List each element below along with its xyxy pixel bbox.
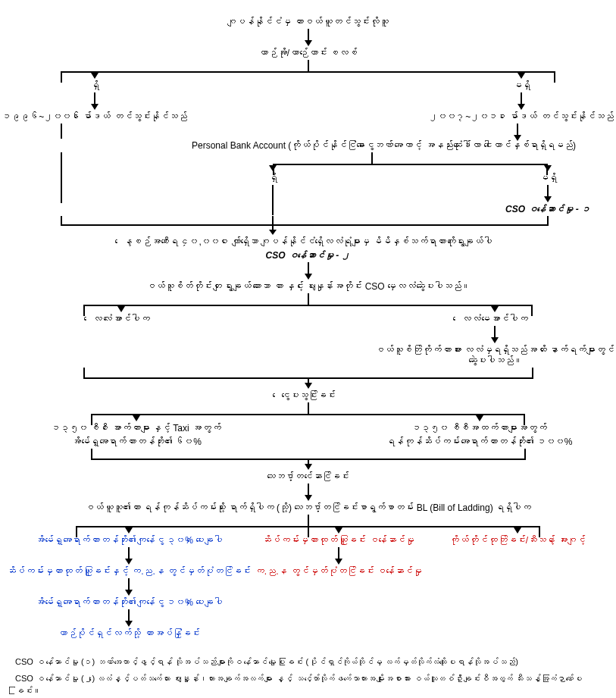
auction-text: နေ့စဉ်အစီးရေ ၄၀,၀၀၀ ကျော်ရှိသော ဂျပန်နို… — [15, 235, 601, 249]
arrow — [305, 495, 312, 501]
svg-marker-15 — [305, 464, 312, 470]
svg-marker-10 — [305, 383, 312, 389]
footnote-2: CSO ဝန်ဆောင်မှု (၂) လေလံနှင့်ပတ်သက်သော ဈ… — [15, 672, 601, 697]
cso-1: CSO ဝန်ဆောင်မှု - ၁ — [502, 202, 594, 216]
red-step-2: က.ည.န တွင်မှတ်ပုံတင်ခြင်း ဝန်ဆောင်မှု — [251, 565, 426, 578]
branch-yes: ရှိ — [87, 79, 103, 92]
connector — [308, 484, 309, 495]
arrow — [476, 415, 483, 421]
arrow — [518, 104, 525, 110]
connector — [128, 609, 130, 621]
arrow — [125, 559, 133, 565]
arrow — [91, 104, 98, 110]
connector — [61, 152, 62, 203]
branch-no: မရှိ — [509, 79, 534, 92]
connector — [494, 326, 496, 337]
arrival: ဝယ်ယူသူ၏ကား ရန်ကုန်ဆိပ်ကမ်းသို့ ရောက်ရှိ… — [15, 501, 601, 515]
arrow — [544, 196, 552, 202]
bank-account: Personal Bank Account (ကိုယ်ပိုင်နိုင်ငံ… — [167, 139, 601, 152]
payment: ငွေပေးသွင်းခြင်း — [15, 389, 601, 402]
connector — [521, 92, 522, 104]
retry: ဝယ်သူစိတ်ကြိုက်ကားအား လေလံမှရရှိသည်အထိ န… — [370, 343, 616, 368]
cso-2: CSO ဝန်ဆောင်မှု - ၂ — [15, 249, 601, 262]
arrow — [305, 40, 312, 46]
buyer-choice: ဝယ်သူစိတ်တိုင်းကျ ရွေးချယ်ထားသော ကား နှင… — [15, 280, 601, 293]
footnote-1: CSO ဝန်ဆောင်မှု (၁) ဘဏ်အကောင့်ဖွင့်ရန် လ… — [15, 656, 601, 668]
blue-step-2: ဆိပ်ကမ်းမှကားထုတ်ယူခြင်းနှင့် က.ည.န တွင်… — [3, 565, 255, 578]
connector — [308, 29, 309, 40]
arrow — [305, 274, 312, 280]
arrow — [491, 337, 499, 343]
blue-step-1: အိမ်ရှေ့အရောက်ကားတန်ဘိုး၏ကျန်ငွေ ၃၀% ပေး… — [31, 534, 227, 547]
red-step-1: ဆိပ်ကမ်းမှကားထုတ်ယူခြင်း ဝန်ဆောင်မှု — [258, 534, 417, 547]
svg-marker-5 — [269, 230, 277, 235]
merge-connector — [15, 368, 601, 389]
auction-fail: လေလံမအောင်ပါက — [458, 312, 532, 326]
merge-connector — [15, 216, 601, 235]
shipping: သင်္ဘောတင်ဆောင်ခြင်း — [15, 470, 601, 484]
bank-no: မရှိ — [536, 171, 561, 185]
left-model: ၁၉၉၆~၂၀၀၆ မော်ဒယ် တင်သွင်းနိုင်သည် — [0, 110, 191, 124]
step-owner: ယာဉ်အို/ယာဉ်ဟောင်း စလစ် — [15, 46, 601, 60]
connector — [272, 185, 274, 215]
right-model: ၂၀၀၇~၂၀၁၁ မော်ဒယ် တင်သွင်းနိုင်သည် — [425, 110, 616, 124]
connector — [517, 124, 518, 135]
arrow — [518, 73, 525, 79]
connector — [338, 547, 339, 559]
bank-yes: ရှိ — [265, 171, 281, 185]
arrow — [544, 165, 552, 171]
blue-step-4: ယာဉ်ပိုင်ရှင်လက်သို့ ကားအပ်နှံခြင်း — [54, 627, 203, 640]
arrow — [491, 306, 499, 312]
connector — [128, 578, 130, 590]
arrow — [269, 165, 277, 171]
title: ဂျပန်နိုင်ငံမှ ကားဝယ်ယူတင်သွင်းလိုသူ — [15, 15, 601, 29]
connector — [547, 185, 549, 196]
arrow — [514, 527, 521, 534]
arrow — [125, 621, 133, 627]
arrow — [335, 559, 342, 565]
connector — [308, 262, 309, 274]
red-step-3: ကိုယ်တိုင်ထုတ်ခြင်း/သီးသန့် အေးဂျင့် — [446, 534, 590, 547]
left-cc: ၁၃၅၀ စီစီ အောက်ကားများ နှင့် Taxi အတွက် — [48, 421, 225, 435]
auction-success: လေလံအောင်ပါက — [89, 312, 154, 326]
arrow — [514, 135, 521, 141]
left-cc-bold: အိမ်ရှေ့အရောက်ကားတန်ဘိုး၏ ၆၀% — [67, 435, 205, 449]
arrow — [133, 415, 140, 421]
arrow — [335, 527, 342, 534]
arrow — [125, 527, 133, 534]
arrow — [91, 73, 98, 79]
connector — [128, 547, 130, 559]
blue-step-3: အိမ်ရှေ့အရောက်ကားတန်ဘိုး၏ကျန်ငွေ ၁၀% ပေး… — [31, 596, 227, 609]
connector — [94, 92, 95, 104]
connector — [61, 124, 62, 139]
arrow — [117, 306, 125, 312]
merge-connector — [15, 449, 601, 470]
arrow — [125, 590, 133, 596]
right-cc: ၁၃၅၀ စီစီအထက်ကားများအတွက် — [408, 421, 551, 435]
right-cc-bold: ရန်ကုန်ဆိပ်ကမ်းအရောက်ကားတန်ဘိုး၏ ၁၀၀% — [383, 435, 576, 449]
